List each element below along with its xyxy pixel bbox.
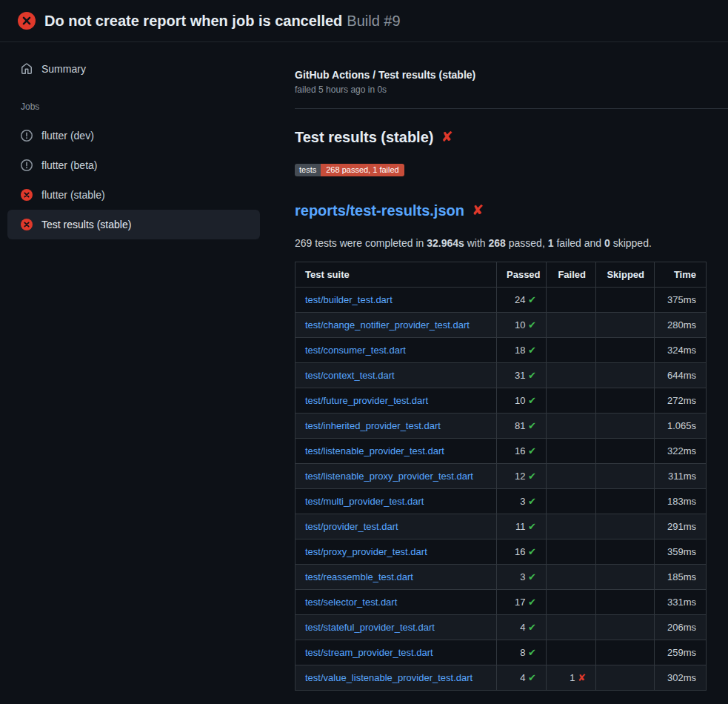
- table-row: test/change_notifier_provider_test.dart1…: [295, 313, 707, 338]
- check-icon: ✔: [528, 647, 536, 658]
- suite-cell: test/stateful_provider_test.dart: [295, 615, 497, 640]
- failed-cell: [547, 288, 596, 313]
- neutral-status-icon: [21, 159, 33, 171]
- failed-status-icon: [21, 219, 33, 230]
- passed-cell: 10 ✔: [497, 313, 547, 338]
- column-header-test-suite: Test suite: [295, 262, 497, 288]
- time-cell: 311ms: [655, 464, 707, 489]
- suite-link[interactable]: test/stream_provider_test.dart: [305, 647, 433, 658]
- column-header-passed: Passed: [497, 262, 547, 288]
- suite-cell: test/consumer_test.dart: [295, 338, 497, 363]
- job-label: flutter (dev): [41, 130, 94, 142]
- check-icon: ✔: [528, 471, 536, 482]
- suite-link[interactable]: test/provider_test.dart: [305, 521, 398, 532]
- skipped-cell: [596, 489, 655, 514]
- report-link[interactable]: reports/test-results.json: [295, 202, 464, 219]
- time-cell: 375ms: [655, 288, 707, 313]
- test-results-table: Test suite Passed Failed Skipped Time te…: [295, 262, 707, 691]
- check-icon: ✔: [528, 319, 536, 331]
- summary-text: 269 tests were completed in 32.964s with…: [295, 237, 728, 249]
- suite-link[interactable]: test/future_provider_test.dart: [305, 395, 428, 406]
- suite-link[interactable]: test/stateful_provider_test.dart: [305, 622, 435, 633]
- suite-link[interactable]: test/multi_provider_test.dart: [305, 496, 424, 507]
- failed-cell: [547, 388, 596, 414]
- suite-link[interactable]: test/listenable_proxy_provider_test.dart: [305, 471, 473, 482]
- suite-link[interactable]: test/context_test.dart: [305, 370, 395, 381]
- summary-failed-word: failed and: [554, 237, 605, 249]
- check-icon: ✔: [528, 496, 536, 507]
- failed-cell: [547, 615, 596, 640]
- failed-cell: [547, 464, 596, 489]
- suite-link[interactable]: test/change_notifier_provider_test.dart: [305, 319, 470, 331]
- time-cell: 272ms: [655, 388, 707, 414]
- suite-link[interactable]: test/consumer_test.dart: [305, 345, 406, 356]
- status-line: failed 5 hours ago in 0s: [295, 84, 728, 95]
- summary-skipped-count: 0: [604, 237, 610, 249]
- skipped-cell: [596, 514, 655, 539]
- sidebar-item-flutter-dev[interactable]: flutter (dev): [7, 121, 260, 150]
- suite-cell: test/multi_provider_test.dart: [295, 489, 497, 514]
- report-title: reports/test-results.json ✘: [295, 202, 728, 219]
- check-icon: ✔: [528, 622, 536, 633]
- skipped-cell: [596, 464, 655, 489]
- suite-link[interactable]: test/reassemble_test.dart: [305, 571, 413, 582]
- skipped-cell: [596, 288, 655, 313]
- suite-link[interactable]: test/builder_test.dart: [305, 294, 393, 305]
- sidebar-item-flutter-stable[interactable]: flutter (stable): [7, 180, 260, 210]
- check-icon: ✔: [528, 672, 536, 683]
- failed-x-icon: ✘: [472, 202, 484, 219]
- suite-link[interactable]: test/value_listenable_provider_test.dart: [305, 672, 472, 683]
- passed-cell: 3 ✔: [497, 565, 547, 590]
- skipped-cell: [596, 615, 655, 640]
- table-row: test/proxy_provider_test.dart16 ✔359ms: [295, 539, 707, 565]
- table-row: test/stream_provider_test.dart8 ✔259ms: [295, 640, 707, 665]
- suite-link[interactable]: test/inherited_provider_test.dart: [305, 420, 441, 431]
- time-cell: 644ms: [655, 363, 707, 388]
- suite-cell: test/value_listenable_provider_test.dart: [295, 665, 497, 691]
- skipped-cell: [596, 590, 655, 615]
- sidebar-item-flutter-beta[interactable]: flutter (beta): [7, 150, 260, 180]
- divider: [295, 108, 728, 109]
- passed-cell: 11 ✔: [497, 514, 547, 539]
- table-body: test/builder_test.dart24 ✔375mstest/chan…: [295, 288, 707, 691]
- suite-link[interactable]: test/proxy_provider_test.dart: [305, 546, 427, 557]
- column-header-failed: Failed: [547, 262, 596, 288]
- passed-cell: 10 ✔: [497, 388, 547, 414]
- suite-cell: test/listenable_proxy_provider_test.dart: [295, 464, 497, 489]
- summary-passed-word: passed,: [506, 237, 548, 249]
- suite-cell: test/inherited_provider_test.dart: [295, 414, 497, 439]
- jobs-section-label: Jobs: [21, 102, 260, 112]
- failed-x-icon: ✘: [441, 128, 453, 146]
- time-cell: 322ms: [655, 439, 707, 464]
- summary-prefix: 269 tests were completed in: [295, 237, 427, 249]
- check-icon: ✔: [528, 597, 536, 608]
- suite-cell: test/context_test.dart: [295, 363, 497, 388]
- suite-cell: test/change_notifier_provider_test.dart: [295, 313, 497, 338]
- table-row: test/future_provider_test.dart10 ✔272ms: [295, 388, 707, 414]
- suite-link[interactable]: test/selector_test.dart: [305, 597, 397, 608]
- failed-cell: [547, 565, 596, 590]
- skipped-cell: [596, 640, 655, 665]
- time-cell: 183ms: [655, 489, 707, 514]
- page-title: Do not create report when job is cancell…: [44, 13, 401, 30]
- passed-cell: 18 ✔: [497, 338, 547, 363]
- skipped-cell: [596, 665, 655, 691]
- time-cell: 185ms: [655, 565, 707, 590]
- skipped-cell: [596, 414, 655, 439]
- failed-status-icon: [18, 12, 36, 30]
- sidebar-item-test-results-stable[interactable]: Test results (stable): [7, 210, 260, 239]
- suite-cell: test/selector_test.dart: [295, 590, 497, 615]
- passed-cell: 3 ✔: [497, 489, 547, 514]
- suite-cell: test/builder_test.dart: [295, 288, 497, 313]
- suite-link[interactable]: test/listenable_provider_test.dart: [305, 445, 444, 456]
- skipped-cell: [596, 313, 655, 338]
- failed-cell: [547, 489, 596, 514]
- job-label: flutter (stable): [41, 189, 105, 201]
- check-icon: ✔: [528, 370, 536, 381]
- table-row: test/reassemble_test.dart3 ✔185ms: [295, 565, 707, 590]
- sidebar-item-summary[interactable]: Summary: [7, 59, 260, 79]
- section-title-text: Test results (stable): [295, 128, 433, 146]
- time-cell: 359ms: [655, 539, 707, 565]
- tests-badge: tests 268 passed, 1 failed: [295, 164, 404, 176]
- suite-cell: test/proxy_provider_test.dart: [295, 539, 497, 565]
